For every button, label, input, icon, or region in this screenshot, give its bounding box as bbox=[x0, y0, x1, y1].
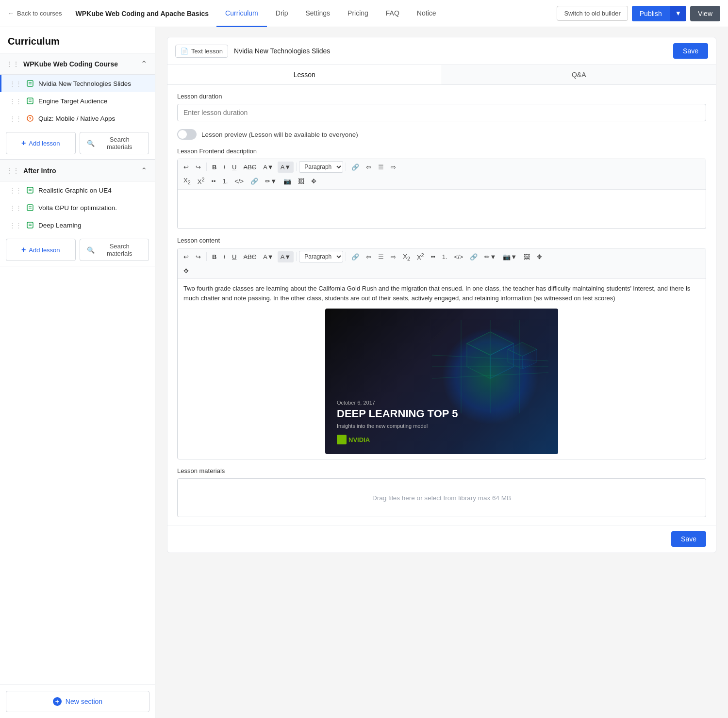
lesson-item-quiz[interactable]: ⋮⋮ ? Quiz: Mobile / Native Apps bbox=[0, 110, 155, 127]
lesson-item-deep-learning[interactable]: ⋮⋮ Deep Learning bbox=[0, 216, 155, 234]
c-align-left-btn[interactable]: ⇦ bbox=[363, 251, 374, 262]
sidebar-content: ⋮⋮ WPKube Web Coding Course ⌃ ⋮⋮ Nvidia … bbox=[0, 53, 155, 718]
ol-btn[interactable]: 1. bbox=[220, 175, 231, 187]
publish-dropdown-button[interactable]: ▼ bbox=[670, 6, 686, 21]
underline-btn[interactable]: U bbox=[229, 162, 239, 173]
tab-faq[interactable]: FAQ bbox=[377, 0, 408, 27]
c-bold-btn[interactable]: B bbox=[209, 251, 219, 262]
section-collapse-2[interactable]: ⌃ bbox=[139, 165, 149, 176]
frontend-rte-body[interactable] bbox=[178, 190, 706, 228]
c-align-center-btn[interactable]: ☰ bbox=[375, 251, 387, 262]
paragraph-select[interactable]: Paragraph Heading 1 Heading 2 bbox=[299, 161, 343, 173]
content-rte-body[interactable]: Two fourth grade classes are learning ab… bbox=[178, 279, 706, 459]
nvidia-slide-image: October 6, 2017 DEEP LEARNING TOP 5 Insi… bbox=[325, 309, 558, 454]
lesson-item-ue4[interactable]: ⋮⋮ Realistic Graphic on UE4 bbox=[0, 181, 155, 199]
c-highlight-btn[interactable]: A▼ bbox=[278, 251, 294, 262]
back-to-courses-link[interactable]: ← Back to courses bbox=[8, 10, 68, 17]
sidebar-header: Curriculum bbox=[0, 27, 155, 53]
ul-btn[interactable]: •• bbox=[208, 175, 218, 187]
superscript-btn[interactable]: X2 bbox=[195, 175, 208, 187]
bold-btn[interactable]: B bbox=[209, 162, 219, 173]
new-section-button[interactable]: + New section bbox=[6, 691, 149, 712]
switch-old-builder-button[interactable]: Switch to old builder bbox=[557, 6, 628, 21]
lesson-icon-text-1 bbox=[26, 79, 34, 88]
c-sup-btn[interactable]: X2 bbox=[414, 250, 427, 263]
c-ol-btn[interactable]: 1. bbox=[439, 251, 450, 262]
c-underline-btn[interactable]: U bbox=[229, 251, 239, 262]
content-rte: ↩ ↪ B I U ABC A▼ A▼ Paragraph Heading 1 bbox=[177, 248, 706, 459]
c-ul-btn[interactable]: •• bbox=[428, 251, 438, 262]
c-link-btn[interactable]: 🔗 bbox=[348, 251, 362, 262]
c-undo-btn[interactable]: ↩ bbox=[181, 251, 192, 262]
highlight-btn[interactable]: A▼ bbox=[278, 162, 294, 173]
c-media-btn[interactable]: 📷▼ bbox=[500, 251, 520, 262]
save-top-button[interactable]: Save bbox=[673, 43, 708, 59]
link-btn[interactable]: 🔗 bbox=[348, 162, 362, 173]
c-align-right-btn[interactable]: ⇨ bbox=[388, 251, 399, 262]
c-redo-btn[interactable]: ↪ bbox=[193, 251, 204, 262]
section-drag-handle-1[interactable]: ⋮⋮ bbox=[6, 60, 19, 68]
lesson-item-nvidia[interactable]: ⋮⋮ Nvidia New Technologies Slides bbox=[0, 75, 155, 92]
c-table-btn[interactable]: ✏▼ bbox=[481, 251, 499, 262]
lesson-drag-3[interactable]: ⋮⋮ bbox=[9, 115, 22, 122]
tab-pricing[interactable]: Pricing bbox=[339, 0, 377, 27]
subscript-btn[interactable]: X2 bbox=[181, 175, 194, 187]
align-left-btn[interactable]: ⇦ bbox=[363, 162, 374, 173]
doc-icon: 📄 bbox=[181, 48, 188, 55]
add-lesson-button-2[interactable]: + Add lesson bbox=[6, 239, 76, 261]
lesson-item-engine[interactable]: ⋮⋮ Engine Target Audience bbox=[0, 92, 155, 110]
media-btn[interactable]: 📷 bbox=[281, 175, 294, 187]
c-expand-btn[interactable]: ✥ bbox=[181, 265, 192, 277]
image-btn[interactable]: 🖼 bbox=[295, 175, 307, 187]
frontend-toolbar: ↩ ↪ B I U ABC A▼ A▼ Paragraph Heading 1 bbox=[178, 159, 706, 190]
nvidia-grid-svg bbox=[432, 318, 548, 415]
lesson-drag-2[interactable]: ⋮⋮ bbox=[9, 98, 22, 105]
tab-qa[interactable]: Q&A bbox=[442, 65, 716, 84]
lesson-title-input[interactable] bbox=[234, 47, 667, 55]
c-italic-btn[interactable]: I bbox=[220, 251, 228, 262]
tab-notice[interactable]: Notice bbox=[408, 0, 445, 27]
link2-btn[interactable]: 🔗 bbox=[248, 175, 261, 187]
lesson-label-2: Engine Target Audience bbox=[38, 98, 149, 105]
duration-label: Lesson duration bbox=[177, 93, 706, 100]
align-center-btn[interactable]: ☰ bbox=[375, 162, 387, 173]
save-bottom-button[interactable]: Save bbox=[671, 531, 706, 547]
lesson-drag-5[interactable]: ⋮⋮ bbox=[9, 204, 22, 212]
publish-button[interactable]: Publish bbox=[632, 6, 670, 21]
align-right-btn[interactable]: ⇨ bbox=[388, 162, 399, 173]
search-materials-button-1[interactable]: 🔍 Search materials bbox=[80, 132, 149, 154]
font-color-btn[interactable]: A▼ bbox=[260, 162, 277, 173]
lesson-drag-6[interactable]: ⋮⋮ bbox=[9, 222, 22, 229]
strikethrough-btn[interactable]: ABC bbox=[240, 162, 259, 173]
table-btn[interactable]: ✏▼ bbox=[262, 175, 280, 187]
lesson-item-volta[interactable]: ⋮⋮ Volta GPU for optimization. bbox=[0, 199, 155, 216]
c-strikethrough-btn[interactable]: ABC bbox=[240, 251, 259, 262]
lesson-drag-4[interactable]: ⋮⋮ bbox=[9, 187, 22, 194]
c-link2-btn[interactable]: 🔗 bbox=[467, 251, 480, 262]
code-btn[interactable]: </> bbox=[232, 175, 247, 187]
undo-btn[interactable]: ↩ bbox=[181, 162, 192, 173]
section-collapse-1[interactable]: ⌃ bbox=[139, 58, 149, 69]
duration-input[interactable] bbox=[177, 104, 706, 121]
lesson-drag-1[interactable]: ⋮⋮ bbox=[9, 80, 22, 87]
c-font-btn[interactable]: A▼ bbox=[260, 251, 277, 262]
tab-drip[interactable]: Drip bbox=[267, 0, 297, 27]
tab-settings[interactable]: Settings bbox=[297, 0, 339, 27]
add-lesson-button-1[interactable]: + Add lesson bbox=[6, 132, 76, 154]
c-paragraph-select[interactable]: Paragraph Heading 1 bbox=[299, 251, 343, 262]
c-code-btn[interactable]: </> bbox=[451, 251, 466, 262]
section-drag-handle-2[interactable]: ⋮⋮ bbox=[6, 167, 19, 175]
c-fullscreen-btn[interactable]: ✥ bbox=[534, 251, 545, 262]
fullscreen-btn[interactable]: ✥ bbox=[308, 175, 319, 187]
italic-btn[interactable]: I bbox=[220, 162, 228, 173]
c-sub-btn[interactable]: X2 bbox=[400, 251, 413, 263]
redo-btn[interactable]: ↪ bbox=[193, 162, 204, 173]
preview-toggle[interactable] bbox=[177, 129, 197, 140]
view-button[interactable]: View bbox=[690, 6, 720, 21]
materials-dropzone[interactable]: Drag files here or select from library m… bbox=[177, 478, 706, 517]
tab-lesson[interactable]: Lesson bbox=[167, 65, 442, 84]
tab-curriculum[interactable]: Curriculum bbox=[216, 0, 267, 27]
text-lesson-badge[interactable]: 📄 Text lesson bbox=[175, 45, 228, 58]
c-image-btn[interactable]: 🖼 bbox=[521, 251, 533, 262]
search-materials-button-2[interactable]: 🔍 Search materials bbox=[80, 239, 149, 261]
